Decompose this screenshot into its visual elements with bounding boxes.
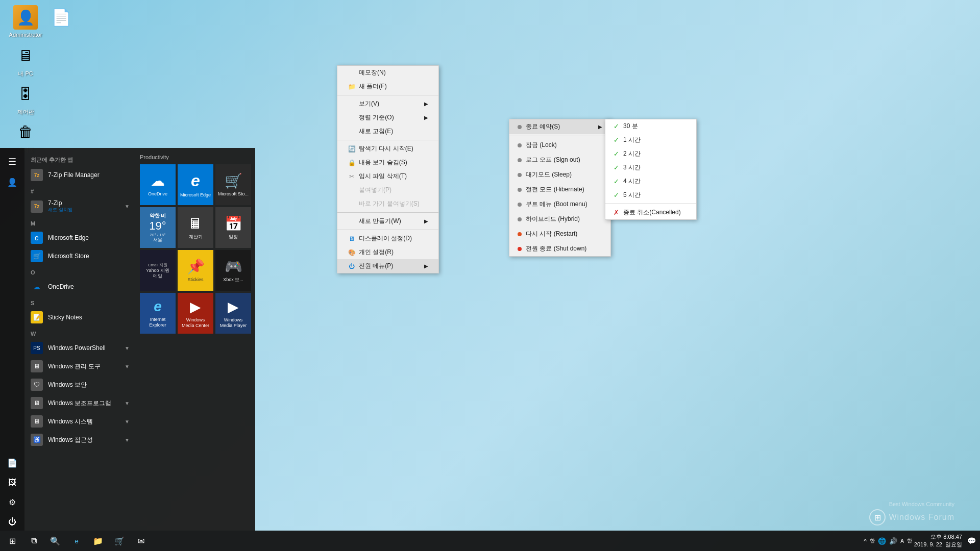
power-sleep[interactable]: 대기모드 (Sleep) bbox=[509, 167, 610, 182]
tile-stickies[interactable]: 📌 Stickies bbox=[178, 250, 213, 291]
taskbar-volume-icon[interactable]: 🔊 bbox=[889, 537, 897, 545]
taskbar-edge[interactable]: e bbox=[66, 531, 87, 551]
power-shutdown[interactable]: 전원 종료 (Shut down) bbox=[509, 241, 610, 256]
search-button[interactable]: 🔍 bbox=[45, 531, 65, 551]
desktop: 👤 Administrator 📄 🖥 내 PC 🎛 제어판 🗑 휴지통 ☰ 👤… bbox=[0, 0, 980, 551]
windows-forum-watermark: Best Windows Community ⊞ Windows Forum bbox=[869, 501, 954, 525]
taskbar-chevron-icon[interactable]: ^ bbox=[864, 537, 867, 545]
taskbar-clock[interactable]: 오후 8:08:47 2019. 9. 22. 일요일 bbox=[914, 533, 962, 549]
taskbar-left: ⊞ ⧉ 🔍 e 📁 🛒 ✉ bbox=[0, 531, 153, 551]
power-boot-menu[interactable]: 부트 메뉴 (Boot menu) bbox=[509, 197, 610, 212]
app-onedrive[interactable]: ☁ OneDrive bbox=[24, 278, 136, 296]
start-menu: ☰ 👤 📄 🖼 ⚙ ⏻ 최근에 추가한 앱 7z 7-Zip File Mana… bbox=[0, 148, 255, 531]
start-sidebar-icons: ☰ 👤 📄 🖼 ⚙ ⏻ bbox=[0, 148, 24, 531]
ctx-sort[interactable]: 정렬 기준(O) ▶ bbox=[337, 111, 438, 124]
ctx-paste: 붙여넣기(P) bbox=[337, 183, 438, 197]
power-restart[interactable]: 다시 시작 (Restart) bbox=[509, 227, 610, 241]
taskbar-mail[interactable]: ✉ bbox=[131, 531, 151, 551]
power-timer[interactable]: 종료 예약(S) ▶ bbox=[509, 119, 610, 134]
timer-5hr[interactable]: ✓ 5 시간 bbox=[605, 188, 696, 202]
power-signout[interactable]: 로그 오프 (Sign out) bbox=[509, 153, 610, 167]
desktop-icon-control[interactable]: 🎛 제어판 bbox=[5, 82, 46, 116]
timer-30min[interactable]: ✓ 30 분 bbox=[605, 119, 696, 133]
sidebar-power-icon[interactable]: ⏻ bbox=[4, 513, 20, 531]
ctx-explorer-restart[interactable]: 🔄 탐색기 다시 시작(E) bbox=[337, 142, 438, 156]
timer-submenu: ✓ 30 분 ✓ 1 시간 ✓ 2 시간 ✓ 3 시간 ✓ 4 시간 ✓ 5 시… bbox=[605, 119, 697, 220]
tile-wmc[interactable]: ▶ Windows Media Center bbox=[178, 293, 213, 334]
taskbar-right: ^ 한 🌐 🔊 A 한 오후 8:08:47 2019. 9. 22. 일요일 … bbox=[860, 533, 980, 549]
start-button[interactable]: ⊞ bbox=[2, 531, 22, 551]
power-lock[interactable]: 잠금 (Lock) bbox=[509, 138, 610, 153]
taskbar-keyboard-icon[interactable]: 한 bbox=[907, 537, 912, 544]
timer-sep bbox=[605, 204, 696, 204]
sidebar-photo-icon[interactable]: 🖼 bbox=[4, 474, 20, 491]
app-7zip-fm[interactable]: 7z 7-Zip File Manager bbox=[24, 166, 136, 184]
ctx-display[interactable]: 🖥 디스플레이 설정(D) bbox=[337, 232, 438, 245]
tile-wmp[interactable]: ▶ Windows Media Player bbox=[215, 293, 251, 334]
w-section: W bbox=[24, 327, 136, 339]
ctx-new-folder[interactable]: 📁 새 폴더(F) bbox=[337, 80, 438, 93]
sidebar-doc-icon[interactable]: 📄 bbox=[3, 454, 21, 472]
timer-3hr[interactable]: ✓ 3 시간 bbox=[605, 161, 696, 174]
tile-mail[interactable]: Cmail 지원 Yahoo 지원메일 bbox=[140, 250, 176, 291]
tile-calculator[interactable]: 🖩 계산기 bbox=[178, 207, 213, 248]
tile-store[interactable]: 🛒 Microsoft Sto... bbox=[215, 164, 251, 205]
taskbar-explorer[interactable]: 📁 bbox=[88, 531, 108, 551]
ctx-sep1 bbox=[337, 95, 438, 95]
app-accessibility[interactable]: ♿ Windows 접근성 ▼ bbox=[24, 431, 136, 449]
wf-logo-icon: ⊞ bbox=[869, 509, 886, 525]
ctx-personal[interactable]: 🎨 개인 설정(R) bbox=[337, 245, 438, 259]
tiles-section-label: Productivity bbox=[140, 152, 251, 164]
ctx-paste-shortcut: 바로 가기 붙여넣기(S) bbox=[337, 197, 438, 211]
taskbar-system-icons: ^ 한 🌐 🔊 A 한 bbox=[864, 537, 912, 545]
ctx-view[interactable]: 보기(V) ▶ bbox=[337, 97, 438, 111]
sidebar-settings-icon[interactable]: ⚙ bbox=[5, 493, 20, 511]
tile-xbox[interactable]: 🎮 Xbox 보... bbox=[215, 250, 251, 291]
hash-section: # bbox=[24, 184, 136, 196]
tile-weather[interactable]: 약한 비 19° 20° / 16° 서울 bbox=[140, 207, 176, 248]
recent-section-label: 최근에 추가한 앱 bbox=[24, 152, 136, 166]
app-security[interactable]: 🛡 Windows 보안 bbox=[24, 375, 136, 394]
taskbar-lang-icon[interactable]: 한 bbox=[870, 537, 875, 544]
tile-edge[interactable]: e Microsoft Edge bbox=[178, 164, 213, 205]
start-app-list: 최근에 추가한 앱 7z 7-Zip File Manager # 7z 7-Z… bbox=[24, 148, 136, 531]
tile-onedrive[interactable]: ☁ OneDrive bbox=[140, 164, 176, 205]
app-powershell[interactable]: PS Windows PowerShell ▼ bbox=[24, 339, 136, 357]
app-edge[interactable]: e Microsoft Edge bbox=[24, 229, 136, 247]
tile-ie[interactable]: e Internet Explorer bbox=[140, 293, 176, 334]
timer-2hr[interactable]: ✓ 2 시간 bbox=[605, 147, 696, 161]
ctx-refresh[interactable]: 새로 고침(E) bbox=[337, 124, 438, 138]
tile-calendar[interactable]: 📅 일정 bbox=[215, 207, 251, 248]
timer-4hr[interactable]: ✓ 4 시간 bbox=[605, 174, 696, 188]
m-section: M bbox=[24, 216, 136, 229]
desktop-icon-user[interactable]: 👤 Administrator bbox=[5, 5, 46, 38]
task-view-button[interactable]: ⧉ bbox=[23, 531, 44, 551]
taskbar-network-icon[interactable]: 🌐 bbox=[878, 537, 886, 545]
desktop-icon-new-file[interactable]: 📄 bbox=[41, 5, 82, 32]
taskbar-notification[interactable]: 💬 bbox=[967, 537, 976, 545]
ctx-power-menu[interactable]: ⏻ 전원 메뉴(P) ▶ bbox=[337, 259, 438, 273]
app-manage[interactable]: 🖥 Windows 관리 도구 ▼ bbox=[24, 357, 136, 375]
taskbar-ime-icon[interactable]: A bbox=[900, 538, 904, 544]
ctx-sep2 bbox=[337, 140, 438, 140]
app-7zip[interactable]: 7z 7-Zip 새로 설치됨 ▼ bbox=[24, 196, 136, 216]
app-system[interactable]: 🖥 Windows 시스템 ▼ bbox=[24, 412, 136, 431]
power-submenu: 종료 예약(S) ▶ 잠금 (Lock) 로그 오프 (Sign out) 대기… bbox=[509, 119, 611, 257]
app-store[interactable]: 🛒 Microsoft Store bbox=[24, 247, 136, 265]
desktop-icon-mypc[interactable]: 🖥 내 PC bbox=[5, 43, 46, 78]
sidebar-hamburger[interactable]: ☰ bbox=[4, 152, 20, 171]
ctx-sep4 bbox=[337, 230, 438, 230]
ctx-delete-temp[interactable]: ✂ 임시 파일 삭제(T) bbox=[337, 169, 438, 183]
ctx-notepad[interactable]: 메모장(N) bbox=[337, 66, 438, 80]
power-hybrid[interactable]: 하이브리드 (Hybrid) bbox=[509, 212, 610, 227]
app-sticky[interactable]: 📝 Sticky Notes bbox=[24, 308, 136, 327]
sidebar-user-icon[interactable]: 👤 bbox=[3, 173, 21, 191]
ctx-new[interactable]: 새로 만들기(W) ▶ bbox=[337, 214, 438, 228]
o-section: O bbox=[24, 265, 136, 278]
app-assistant[interactable]: 🖥 Windows 보조프로그램 ▼ bbox=[24, 394, 136, 412]
timer-1hr[interactable]: ✓ 1 시간 bbox=[605, 133, 696, 147]
ctx-show-content[interactable]: 🔒 내용 보기 숨김(S) bbox=[337, 156, 438, 169]
taskbar-store[interactable]: 🛒 bbox=[109, 531, 130, 551]
timer-cancel[interactable]: ✗ 종료 취소(Cancelled) bbox=[605, 206, 696, 219]
power-hibernate[interactable]: 절전 모드 (Hibernate) bbox=[509, 182, 610, 197]
